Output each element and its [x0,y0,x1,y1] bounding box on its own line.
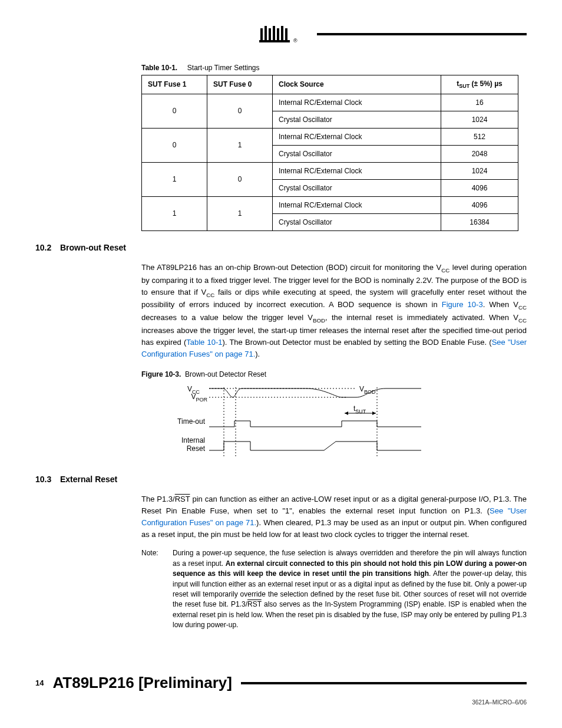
cell: 16384 [441,213,518,230]
link-figure-10-3[interactable]: Figure 10-3 [442,300,483,309]
note-label: Note: [141,548,162,630]
note-body: During a power-up sequence, the fuse sel… [173,548,527,630]
svg-rect-4 [277,28,279,40]
doc-title: AT89LP216 [Preliminary] [52,671,232,694]
footer: 14 AT89LP216 [Preliminary] [35,671,527,694]
svg-text:Time-out: Time-out [177,417,206,426]
th-fuse1: SUT Fuse 1 [142,75,207,94]
cell: 0 [207,94,273,128]
cell: Internal RC/External Clock [273,128,441,145]
cell: 0 [142,128,207,162]
svg-rect-3 [273,26,275,40]
cell: Crystal Oscillator [273,111,441,128]
th-fuse0: SUT Fuse 0 [207,75,273,94]
svg-rect-0 [260,28,263,40]
table-title: Start-up Timer Settings [187,64,260,72]
svg-text:Internal: Internal [181,436,205,444]
figure-caption: Figure 10-3. Brown-out Detector Reset [141,369,527,380]
cell: 2048 [441,145,518,162]
cell: 1024 [441,162,518,179]
cell: 4096 [441,196,518,213]
th-tsut: tSUT (± 5%) µs [441,75,518,94]
cell: 0 [142,94,207,128]
section-10-2-body: The AT89LP216 has an on-chip Brown-out D… [141,262,527,360]
section-10-3-body: The P1.3/RST pin can function as either … [141,493,527,541]
cell: Crystal Oscillator [273,179,441,196]
svg-rect-7 [259,40,290,42]
section-10-3-heading: 10.3External Reset [35,473,527,486]
section-10-2-heading: 10.2Brown-out Reset [35,242,527,254]
table-caption: Table 10-1. Start-up Timer Settings [141,62,527,73]
cell: 0 [207,162,273,196]
table-label: Table 10-1. [141,64,177,72]
cell: Crystal Oscillator [273,213,441,230]
svg-text:tSUT: tSUT [353,404,366,414]
svg-rect-6 [285,28,287,40]
brown-out-figure: VCC VPOR VBOD tSUT Time-out Internal Res… [153,383,430,459]
cell: 4096 [441,179,518,196]
cell: 1024 [441,111,518,128]
svg-rect-5 [281,26,283,40]
svg-text:VBOD: VBOD [359,385,376,395]
cell: 1 [142,162,207,196]
atmel-logo: ® [259,24,312,45]
cell: 1 [142,196,207,230]
page-number: 14 [35,677,44,689]
svg-rect-2 [269,28,271,40]
cell: 512 [441,128,518,145]
th-clock: Clock Source [273,75,441,94]
cell: Internal RC/External Clock [273,162,441,179]
doc-id: 3621A–MICRO–6/06 [35,698,527,707]
header-rule [317,33,527,35]
startup-timer-table: SUT Fuse 1 SUT Fuse 0 Clock Source tSUT … [141,75,518,231]
cell: Internal RC/External Clock [273,94,441,111]
link-table-10-1[interactable]: Table 10-1 [186,338,222,347]
cell: Crystal Oscillator [273,145,441,162]
svg-marker-16 [372,411,376,415]
svg-marker-15 [345,411,348,415]
svg-text:®: ® [293,38,297,44]
footer-rule [241,682,527,684]
header-logo-row: ® [259,24,527,45]
note-block: Note: During a power-up sequence, the fu… [141,548,527,630]
cell: 1 [207,196,273,230]
cell: 16 [441,94,518,111]
svg-rect-1 [265,26,267,40]
cell: Internal RC/External Clock [273,196,441,213]
cell: 1 [207,128,273,162]
svg-text:Reset: Reset [187,444,206,453]
